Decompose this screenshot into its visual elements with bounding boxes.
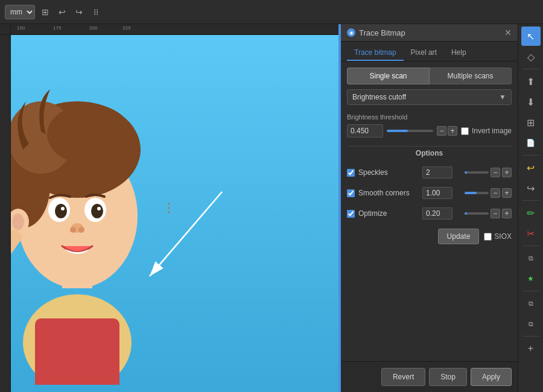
invert-image-checkbox[interactable] (461, 127, 469, 135)
sidebar-separator (522, 69, 539, 69)
smooth-corners-row: Smooth corners − + (347, 185, 512, 201)
canvas-content (11, 35, 338, 392)
speckles-plus-btn[interactable]: + (502, 168, 512, 177)
panel-dot (168, 207, 170, 209)
optimize-slider-fill (465, 212, 467, 215)
add-button[interactable]: + (521, 339, 541, 358)
sidebar-separator-3 (522, 200, 539, 201)
speckles-value-input[interactable] (422, 166, 453, 179)
new-doc-button[interactable]: 📄 (521, 133, 541, 153)
ruler-mark: 150 (17, 25, 25, 31)
panel-header: ◉ Trace Bitmap ✕ (341, 24, 518, 42)
speckles-slider[interactable] (465, 171, 489, 174)
panel-close-button[interactable]: ✕ (504, 28, 512, 37)
brightness-plus-btn[interactable]: + (448, 126, 457, 136)
undo-sidebar-button[interactable]: ↩ (521, 158, 541, 177)
optimize-minus-btn[interactable]: − (491, 209, 500, 218)
speckles-minus-btn[interactable]: − (491, 168, 500, 177)
cartoon-face-svg (11, 35, 162, 385)
svg-point-9 (12, 213, 24, 230)
update-row: Update SIOX (347, 226, 512, 247)
grid-toolbar-icon[interactable]: ⁞⁞ (89, 5, 103, 19)
panel-icon: ◉ (347, 28, 355, 37)
smooth-corners-slider[interactable] (465, 192, 489, 194)
ruler-corner (0, 24, 11, 35)
dropdown-label: Brightness cutoff (352, 93, 406, 101)
speckles-label: Speckles (358, 168, 419, 177)
update-button[interactable]: Update (438, 229, 480, 244)
ruler-horizontal: 150 175 200 225 (11, 24, 338, 35)
tab-help[interactable]: Help (444, 45, 474, 61)
panel-tabs: Trace bitmap Pixel art Help (341, 42, 518, 62)
undo-toolbar-icon[interactable]: ↩ (56, 5, 69, 19)
optimize-checkbox[interactable] (347, 210, 355, 218)
snap-icon[interactable]: ⊞ (39, 5, 52, 19)
export-button[interactable]: ⬇ (521, 92, 541, 112)
smooth-corners-value-input[interactable] (422, 187, 453, 199)
right-sidebar: ↖ ◇ ⬆ ⬇ ⊞ 📄 ↩ ↪ ✏ ✂ ⧉ ★ ⧉ ⧉ + (518, 24, 543, 392)
smooth-corners-controls: − + (465, 188, 512, 198)
smooth-corners-checkbox[interactable] (347, 189, 355, 197)
unit-select[interactable]: mm px in (5, 5, 35, 19)
multiple-scans-button[interactable]: Multiple scans (430, 68, 512, 84)
top-toolbar: mm px in ⊞ ↩ ↪ ⁞⁞ (0, 0, 543, 24)
apply-button[interactable]: Apply (471, 368, 512, 386)
brightness-minus-btn[interactable]: − (437, 126, 446, 136)
threshold-label: Brightness threshold (347, 113, 512, 121)
clone-bot-button[interactable]: ⧉ (521, 314, 541, 334)
speckles-checkbox[interactable] (347, 169, 355, 177)
canvas-area: 150 175 200 225 (0, 24, 338, 392)
main-area: 150 175 200 225 (0, 24, 543, 392)
ruler-vertical (0, 24, 11, 392)
optimize-slider[interactable] (465, 212, 489, 215)
pen-green-button[interactable]: ✏ (521, 203, 541, 223)
single-scan-button[interactable]: Single scan (347, 68, 430, 84)
svg-point-18 (78, 227, 84, 233)
ruler-mark: 175 (53, 25, 61, 31)
star-button[interactable]: ★ (521, 269, 541, 288)
siox-checkbox[interactable] (484, 233, 492, 241)
optimize-controls: − + (465, 209, 512, 218)
tab-trace-bitmap[interactable]: Trace bitmap (347, 45, 404, 61)
redo-toolbar-icon[interactable]: ↪ (72, 5, 86, 19)
sidebar-separator-6 (522, 336, 539, 337)
clone-top-button[interactable]: ⧉ (521, 294, 541, 313)
panel-resize-handle[interactable] (168, 203, 170, 213)
brightness-value-input[interactable] (347, 124, 383, 138)
speckles-controls: − + (465, 168, 512, 177)
mode-dropdown[interactable]: Brightness cutoff ▼ (347, 89, 512, 105)
speckles-row: Speckles − + (347, 165, 512, 180)
svg-point-17 (70, 227, 76, 233)
revert-button[interactable]: Revert (381, 368, 425, 386)
panel-footer: Revert Stop Apply (341, 361, 518, 392)
panel-dot (168, 211, 170, 213)
tab-pixel-art[interactable]: Pixel art (404, 45, 444, 61)
sidebar-separator-5 (522, 291, 539, 291)
siox-label: SIOX (494, 232, 512, 241)
smooth-corners-label: Smooth corners (358, 189, 419, 197)
cursor-tool-button[interactable]: ↖ (521, 27, 541, 46)
dropdown-arrow-icon: ▼ (499, 93, 506, 101)
node-tool-button[interactable]: ◇ (521, 47, 541, 66)
smooth-corners-plus-btn[interactable]: + (502, 188, 512, 198)
svg-point-14 (61, 207, 65, 210)
optimize-value-input[interactable] (422, 207, 453, 220)
sidebar-separator-2 (522, 155, 539, 156)
brightness-slider[interactable] (387, 130, 433, 132)
options-title: Options (347, 146, 512, 160)
optimize-plus-btn[interactable]: + (502, 209, 512, 218)
smooth-corners-minus-btn[interactable]: − (491, 188, 500, 198)
redo-sidebar-button[interactable]: ↪ (521, 179, 541, 198)
align-button[interactable]: ⧉ (521, 248, 541, 268)
speckles-slider-fill (465, 171, 467, 174)
scissors-button[interactable]: ✂ (521, 224, 541, 243)
optimize-row: Optimize − + (347, 206, 512, 221)
stop-button[interactable]: Stop (429, 368, 467, 386)
svg-point-15 (97, 207, 101, 210)
grid-icon-button[interactable]: ⊞ (521, 113, 541, 132)
sidebar-separator-4 (522, 245, 539, 246)
invert-image-row: Invert image (461, 127, 512, 135)
scan-buttons-group: Single scan Multiple scans (347, 68, 512, 84)
import-button[interactable]: ⬆ (521, 72, 541, 91)
panel-title: Trace Bitmap (359, 28, 405, 37)
